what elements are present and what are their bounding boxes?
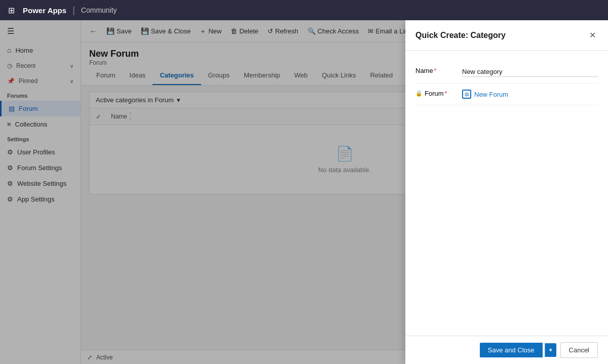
qc-forum-label-wrapper: 🔒 Forum *	[415, 90, 456, 97]
qc-forum-required: *	[445, 90, 447, 97]
waffle-icon[interactable]: ⊞	[6, 4, 17, 17]
nav-divider: |	[72, 5, 75, 16]
section-name: Community	[81, 6, 117, 14]
main-layout: ☰ ⌂ Home ◷ Recent ∨ 📌 Pinned ∨ Forums ▤ …	[0, 20, 608, 364]
qc-forum-label: Forum	[425, 90, 444, 97]
qc-lock-icon: 🔒	[415, 90, 423, 97]
quick-create-header: Quick Create: Category ✕	[405, 20, 608, 51]
quick-create-footer: Save and Close ▾ Cancel	[405, 336, 608, 364]
qc-forum-value[interactable]: ▤ New Forum	[462, 90, 598, 99]
qc-save-close-button[interactable]: Save and Close	[480, 343, 543, 357]
qc-save-chevron-button[interactable]: ▾	[545, 343, 556, 357]
top-nav: ⊞ Power Apps | Community	[0, 0, 608, 20]
app-name: Power Apps	[23, 6, 66, 15]
qc-name-label: Name	[415, 67, 433, 74]
qc-name-label-wrapper: Name *	[415, 67, 456, 74]
qc-name-field: Name *	[415, 61, 598, 84]
qc-forum-box-icon: ▤	[462, 90, 471, 99]
quick-create-title: Quick Create: Category	[415, 31, 506, 40]
quick-create-body: Name * 🔒 Forum * ▤ New Forum	[405, 51, 608, 336]
qc-forum-link-text[interactable]: New Forum	[474, 91, 508, 98]
quick-create-panel: Quick Create: Category ✕ Name * 🔒 Forum …	[405, 20, 608, 364]
qc-forum-field: 🔒 Forum * ▤ New Forum	[415, 84, 598, 105]
quick-create-close-button[interactable]: ✕	[587, 28, 598, 42]
qc-cancel-button[interactable]: Cancel	[560, 342, 598, 358]
qc-name-required: *	[434, 67, 437, 74]
qc-name-input[interactable]	[462, 67, 598, 77]
